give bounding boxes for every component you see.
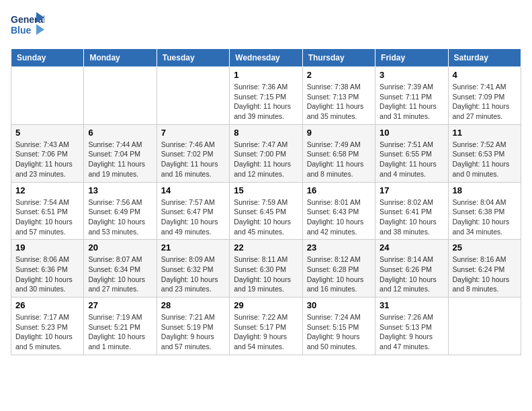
day-cell: 11Sunrise: 7:52 AM Sunset: 6:53 PM Dayli… (448, 124, 521, 182)
day-number: 4 (453, 70, 517, 80)
day-info: Sunrise: 7:41 AM Sunset: 7:09 PM Dayligh… (453, 82, 517, 122)
weekday-header-wednesday: Wednesday (230, 49, 302, 67)
day-cell: 22Sunrise: 8:11 AM Sunset: 6:30 PM Dayli… (230, 240, 302, 298)
weekday-header-friday: Friday (375, 49, 448, 67)
day-number: 20 (88, 242, 152, 253)
day-info: Sunrise: 7:59 AM Sunset: 6:45 PM Dayligh… (234, 197, 298, 237)
day-info: Sunrise: 7:54 AM Sunset: 6:51 PM Dayligh… (15, 197, 79, 237)
day-number: 27 (88, 300, 152, 310)
day-number: 31 (380, 300, 443, 310)
day-cell: 5Sunrise: 7:43 AM Sunset: 7:06 PM Daylig… (11, 124, 84, 182)
day-info: Sunrise: 8:09 AM Sunset: 6:32 PM Dayligh… (161, 255, 225, 294)
day-info: Sunrise: 7:17 AM Sunset: 5:23 PM Dayligh… (15, 312, 79, 352)
day-info: Sunrise: 8:06 AM Sunset: 6:36 PM Dayligh… (15, 255, 79, 294)
day-cell: 15Sunrise: 7:59 AM Sunset: 6:45 PM Dayli… (230, 182, 302, 240)
day-cell: 13Sunrise: 7:56 AM Sunset: 6:49 PM Dayli… (84, 182, 157, 240)
day-number: 8 (234, 128, 298, 138)
day-info: Sunrise: 7:36 AM Sunset: 7:15 PM Dayligh… (234, 82, 298, 122)
day-number: 28 (161, 300, 225, 310)
day-number: 12 (15, 185, 79, 195)
day-cell: 26Sunrise: 7:17 AM Sunset: 5:23 PM Dayli… (11, 298, 84, 355)
day-number: 18 (453, 185, 517, 195)
day-cell: 23Sunrise: 8:12 AM Sunset: 6:28 PM Dayli… (302, 240, 375, 298)
day-cell: 9Sunrise: 7:49 AM Sunset: 6:58 PM Daylig… (302, 124, 375, 182)
day-cell: 24Sunrise: 8:14 AM Sunset: 6:26 PM Dayli… (375, 240, 448, 298)
day-cell: 25Sunrise: 8:16 AM Sunset: 6:24 PM Dayli… (448, 240, 521, 298)
day-info: Sunrise: 7:49 AM Sunset: 6:58 PM Dayligh… (307, 140, 371, 179)
day-number: 22 (234, 242, 298, 253)
day-number: 5 (15, 128, 79, 138)
day-cell: 20Sunrise: 8:07 AM Sunset: 6:34 PM Dayli… (84, 240, 157, 298)
day-cell: 19Sunrise: 8:06 AM Sunset: 6:36 PM Dayli… (11, 240, 84, 298)
day-cell: 3Sunrise: 7:39 AM Sunset: 7:11 PM Daylig… (375, 67, 448, 125)
day-info: Sunrise: 7:56 AM Sunset: 6:49 PM Dayligh… (88, 197, 152, 237)
day-cell (448, 298, 521, 355)
day-info: Sunrise: 8:04 AM Sunset: 6:38 PM Dayligh… (453, 197, 517, 237)
day-cell: 10Sunrise: 7:51 AM Sunset: 6:55 PM Dayli… (375, 124, 448, 182)
day-info: Sunrise: 7:39 AM Sunset: 7:11 PM Dayligh… (380, 82, 443, 122)
day-info: Sunrise: 7:57 AM Sunset: 6:47 PM Dayligh… (161, 197, 225, 237)
page-header: GeneralBlue (11, 11, 521, 40)
day-info: Sunrise: 7:46 AM Sunset: 7:02 PM Dayligh… (161, 140, 225, 179)
day-cell: 21Sunrise: 8:09 AM Sunset: 6:32 PM Dayli… (157, 240, 229, 298)
day-number: 1 (234, 70, 298, 80)
day-number: 2 (307, 70, 371, 80)
day-cell: 8Sunrise: 7:47 AM Sunset: 7:00 PM Daylig… (230, 124, 302, 182)
day-number: 13 (88, 185, 152, 195)
day-cell: 17Sunrise: 8:02 AM Sunset: 6:41 PM Dayli… (375, 182, 448, 240)
day-cell: 18Sunrise: 8:04 AM Sunset: 6:38 PM Dayli… (448, 182, 521, 240)
day-cell: 31Sunrise: 7:26 AM Sunset: 5:13 PM Dayli… (375, 298, 448, 355)
day-info: Sunrise: 7:24 AM Sunset: 5:15 PM Dayligh… (307, 312, 371, 352)
weekday-header-saturday: Saturday (448, 49, 521, 67)
weekday-header-row: SundayMondayTuesdayWednesdayThursdayFrid… (11, 49, 521, 67)
week-row-1: 1Sunrise: 7:36 AM Sunset: 7:15 PM Daylig… (11, 67, 521, 125)
day-cell (84, 67, 157, 125)
day-info: Sunrise: 7:19 AM Sunset: 5:21 PM Dayligh… (88, 312, 152, 352)
day-cell: 6Sunrise: 7:44 AM Sunset: 7:04 PM Daylig… (84, 124, 157, 182)
week-row-4: 19Sunrise: 8:06 AM Sunset: 6:36 PM Dayli… (11, 240, 521, 298)
day-cell: 16Sunrise: 8:01 AM Sunset: 6:43 PM Dayli… (302, 182, 375, 240)
day-info: Sunrise: 7:22 AM Sunset: 5:17 PM Dayligh… (234, 312, 298, 352)
svg-text:Blue: Blue (11, 25, 32, 36)
day-info: Sunrise: 8:02 AM Sunset: 6:41 PM Dayligh… (380, 197, 443, 237)
day-cell: 12Sunrise: 7:54 AM Sunset: 6:51 PM Dayli… (11, 182, 84, 240)
day-info: Sunrise: 7:47 AM Sunset: 7:00 PM Dayligh… (234, 140, 298, 179)
day-info: Sunrise: 8:07 AM Sunset: 6:34 PM Dayligh… (88, 255, 152, 294)
day-cell: 27Sunrise: 7:19 AM Sunset: 5:21 PM Dayli… (84, 298, 157, 355)
day-number: 3 (380, 70, 443, 80)
day-number: 11 (453, 128, 517, 138)
calendar-table: SundayMondayTuesdayWednesdayThursdayFrid… (11, 48, 521, 355)
weekday-header-tuesday: Tuesday (157, 49, 229, 67)
day-info: Sunrise: 7:51 AM Sunset: 6:55 PM Dayligh… (380, 140, 443, 179)
week-row-5: 26Sunrise: 7:17 AM Sunset: 5:23 PM Dayli… (11, 298, 521, 355)
day-info: Sunrise: 8:11 AM Sunset: 6:30 PM Dayligh… (234, 255, 298, 294)
day-number: 29 (234, 300, 298, 310)
day-info: Sunrise: 8:16 AM Sunset: 6:24 PM Dayligh… (453, 255, 517, 294)
week-row-2: 5Sunrise: 7:43 AM Sunset: 7:06 PM Daylig… (11, 124, 521, 182)
day-cell (11, 67, 84, 125)
day-number: 9 (307, 128, 371, 138)
logo-svg: GeneralBlue (11, 11, 44, 40)
day-number: 14 (161, 185, 225, 195)
day-number: 17 (380, 185, 443, 195)
day-number: 30 (307, 300, 371, 310)
week-row-3: 12Sunrise: 7:54 AM Sunset: 6:51 PM Dayli… (11, 182, 521, 240)
day-number: 24 (380, 242, 443, 253)
day-cell: 29Sunrise: 7:22 AM Sunset: 5:17 PM Dayli… (230, 298, 302, 355)
weekday-header-monday: Monday (84, 49, 157, 67)
day-cell: 28Sunrise: 7:21 AM Sunset: 5:19 PM Dayli… (157, 298, 229, 355)
day-number: 6 (88, 128, 152, 138)
logo: GeneralBlue (11, 11, 44, 40)
day-info: Sunrise: 7:38 AM Sunset: 7:13 PM Dayligh… (307, 82, 371, 122)
day-cell: 1Sunrise: 7:36 AM Sunset: 7:15 PM Daylig… (230, 67, 302, 125)
day-number: 10 (380, 128, 443, 138)
day-number: 23 (307, 242, 371, 253)
day-number: 15 (234, 185, 298, 195)
day-info: Sunrise: 8:14 AM Sunset: 6:26 PM Dayligh… (380, 255, 443, 294)
day-info: Sunrise: 7:52 AM Sunset: 6:53 PM Dayligh… (453, 140, 517, 179)
day-number: 16 (307, 185, 371, 195)
day-cell: 4Sunrise: 7:41 AM Sunset: 7:09 PM Daylig… (448, 67, 521, 125)
day-info: Sunrise: 8:12 AM Sunset: 6:28 PM Dayligh… (307, 255, 371, 294)
weekday-header-thursday: Thursday (302, 49, 375, 67)
svg-marker-3 (36, 24, 44, 35)
